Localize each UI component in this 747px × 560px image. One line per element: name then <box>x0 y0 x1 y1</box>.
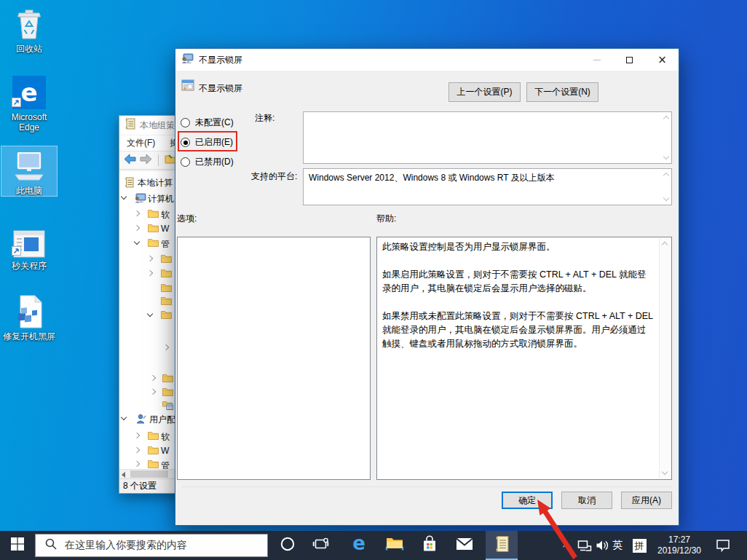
taskbar-file-explorer-button[interactable] <box>379 531 411 560</box>
tray-ime-mode[interactable]: 拼 <box>631 531 648 560</box>
chevron-right-icon[interactable] <box>134 461 140 467</box>
comment-label: 注释: <box>255 112 274 125</box>
comment-textbox[interactable] <box>303 111 672 164</box>
help-label: 帮助: <box>376 213 396 225</box>
tree-item-label: 管 <box>161 238 170 251</box>
action-center-icon <box>716 539 730 552</box>
chevron-down-icon[interactable] <box>121 414 127 420</box>
windows-logo-icon <box>11 537 24 553</box>
search-placeholder: 在这里输入你要搜索的内容 <box>65 539 187 552</box>
scroll-down-icon[interactable] <box>663 154 669 160</box>
cancel-button[interactable]: 取消 <box>561 492 612 509</box>
options-label: 选项: <box>177 213 197 225</box>
shortcut-arrow-icon <box>12 97 21 110</box>
radio-icon[interactable] <box>181 118 190 127</box>
desktop-icon-fix-boot-black-screen[interactable]: 修复开机黑屏 <box>1 292 57 342</box>
close-button[interactable]: × <box>646 49 679 71</box>
tray-ime-language[interactable]: 英 <box>610 531 625 560</box>
start-button[interactable] <box>0 531 35 560</box>
chevron-up-icon <box>563 543 570 550</box>
action-center-button[interactable] <box>712 531 734 560</box>
tray-volume[interactable] <box>594 531 610 560</box>
gpedit-app-icon <box>125 118 135 133</box>
chevron-right-icon[interactable] <box>147 270 153 276</box>
chevron-right-icon[interactable] <box>147 256 153 261</box>
options-panel[interactable] <box>177 237 371 480</box>
chevron-right-icon[interactable] <box>134 210 140 216</box>
tree-item-label: W <box>161 224 169 234</box>
network-icon <box>577 540 592 552</box>
tree-item-label: 计算机 <box>148 193 174 205</box>
scroll-down-icon[interactable] <box>663 196 669 202</box>
scroll-left-icon[interactable] <box>122 472 125 478</box>
desktop-icon-seconds-close-app[interactable]: 秒关程序 <box>1 221 57 271</box>
taskbar-cortana-button[interactable] <box>272 531 304 560</box>
help-scrollbar[interactable] <box>659 238 671 478</box>
taskbar-search-input[interactable]: 在这里输入你要搜索的内容 <box>35 534 268 557</box>
dialog-policy-icon <box>181 53 194 67</box>
radio-icon[interactable] <box>181 157 190 167</box>
forward-icon[interactable] <box>140 154 152 167</box>
scroll-up-icon[interactable] <box>663 172 669 178</box>
policy-setting-dialog: 不显示锁屏 × 不显示锁屏 上一个设置(P) 下一个设置(N) 未配置(C) 已… <box>175 48 679 526</box>
desktop-icon-label: 修复开机黑屏 <box>1 331 57 342</box>
help-panel[interactable]: 此策略设置控制是否为用户显示锁屏界面。如果启用此策略设置，则对于不需要按 CTR… <box>376 237 672 480</box>
next-setting-button[interactable]: 下一个设置(N) <box>526 82 598 102</box>
dialog-titlebar[interactable]: 不显示锁屏 × <box>175 49 679 71</box>
taskbar-task-view-button[interactable] <box>304 531 336 560</box>
radio-disabled[interactable]: 已禁用(D) <box>181 156 234 168</box>
radio-not-configured[interactable]: 未配置(C) <box>181 117 234 129</box>
chevron-right-icon[interactable] <box>150 375 156 381</box>
tray-network[interactable] <box>577 531 593 560</box>
taskbar-group-policy-editor-button[interactable] <box>486 531 518 560</box>
chevron-down-icon[interactable] <box>134 239 140 245</box>
maximize-button[interactable] <box>613 49 646 71</box>
ok-button[interactable]: 确定 <box>502 492 553 509</box>
radio-label: 已禁用(D) <box>195 156 234 168</box>
taskbar-edge-button[interactable]: e <box>343 531 375 560</box>
tree-item-label: 用户配 <box>149 414 175 426</box>
folder-icon <box>148 224 159 234</box>
chevron-right-icon[interactable] <box>134 433 140 438</box>
toolbar-separator <box>158 154 159 166</box>
back-icon[interactable] <box>124 154 136 167</box>
taskbar-mail-button[interactable] <box>448 531 481 560</box>
previous-setting-button[interactable]: 上一个设置(P) <box>448 82 521 102</box>
tray-clock[interactable]: 17:27 2019/12/30 <box>651 531 708 560</box>
chevron-right-icon[interactable] <box>163 344 169 350</box>
chevron-down-icon[interactable] <box>147 311 153 317</box>
folder-icon <box>161 254 172 265</box>
menu-file[interactable]: 文件(F) <box>119 137 162 149</box>
desktop-icon-label: 秒关程序 <box>1 261 57 271</box>
desktop-icon-recycle-bin[interactable]: 回收站 <box>1 4 57 54</box>
scroll-up-icon[interactable] <box>663 115 669 121</box>
scroll-thumb[interactable] <box>130 470 168 478</box>
recycle-bin-icon <box>15 7 44 41</box>
cortana-icon <box>280 536 296 555</box>
chevron-down-icon[interactable] <box>121 194 127 200</box>
group-policy-editor-icon <box>494 535 510 556</box>
tray-show-hidden-icons[interactable] <box>561 531 574 560</box>
minimize-button[interactable] <box>580 49 613 71</box>
chevron-right-icon[interactable] <box>150 389 156 395</box>
supported-on-label: 支持的平台: <box>251 170 297 183</box>
supported-on-textbox[interactable]: Windows Server 2012、Windows 8 或 Windows … <box>303 168 672 205</box>
desktop-icon-microsoft-edge[interactable]: e Microsoft Edge <box>1 73 57 133</box>
close-icon: × <box>657 55 667 66</box>
scroll-up-icon[interactable] <box>662 241 668 247</box>
store-icon <box>422 535 438 556</box>
svg-text:e: e <box>20 78 37 107</box>
taskbar-store-button[interactable] <box>414 531 446 560</box>
chevron-right-icon[interactable] <box>134 447 140 453</box>
chevron-right-icon[interactable] <box>134 225 140 231</box>
apply-button[interactable]: 应用(A) <box>621 492 672 509</box>
red-highlight-box <box>178 131 237 151</box>
help-paragraph: 如果启用此策略设置，则对于不需要按 CTRL + ALT + DEL 就能登录的… <box>382 268 654 296</box>
clock-time: 17:27 <box>668 535 690 545</box>
dialog-title: 不显示锁屏 <box>199 54 242 66</box>
desktop-icon-label: 回收站 <box>1 44 57 54</box>
desktop-icon-this-pc[interactable]: 此电脑 <box>1 146 57 196</box>
scroll-down-icon[interactable] <box>662 470 668 476</box>
computer-icon <box>135 193 146 205</box>
folder-grid-icon <box>162 401 173 412</box>
